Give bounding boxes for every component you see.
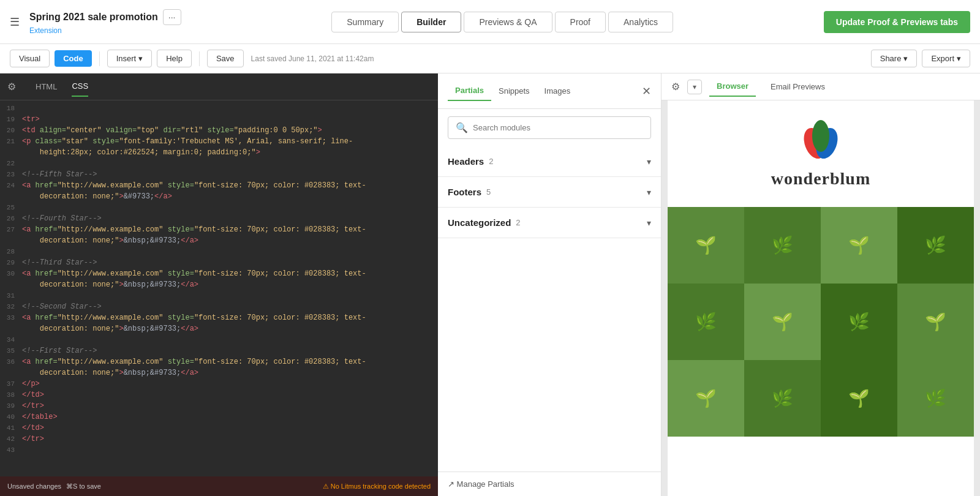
visual-button[interactable]: Visual xyxy=(10,50,50,67)
code-line: 43 xyxy=(0,445,438,456)
tab-images[interactable]: Images xyxy=(537,81,578,100)
section-footers: Footers 5 ▾ xyxy=(438,177,661,208)
partials-list: Headers 2 ▾ Footers 5 ▾ Uncategorized 2 … xyxy=(438,146,661,472)
topbar-actions: Update Proof & Previews tabs xyxy=(824,11,970,33)
partials-header: Partials Snippets Images ✕ xyxy=(438,73,661,109)
tab-css[interactable]: CSS xyxy=(72,77,88,97)
help-button[interactable]: Help xyxy=(157,50,192,67)
close-button[interactable]: ✕ xyxy=(642,85,651,98)
editor-gear-icon[interactable]: ⚙ xyxy=(7,81,16,92)
tab-summary[interactable]: Summary xyxy=(331,12,399,32)
email-preview: wonderblum 🌱 🌿 🌱 🌿 🌿 🌱 🌿 🌱 🌱 🌿 🌱 🌿 xyxy=(668,100,974,496)
code-line: 26 <!--Fourth Star--> xyxy=(0,213,438,224)
code-line: 28 xyxy=(0,246,438,257)
chevron-down-icon3: ▾ xyxy=(957,54,961,63)
chevron-down-icon2: ▾ xyxy=(903,54,908,63)
preview-dropdown[interactable]: ▾ xyxy=(687,80,702,94)
tracking-warning: ⚠ No Litmus tracking code detected xyxy=(323,483,431,490)
chevron-down-icon-footers: ▾ xyxy=(647,187,651,197)
wonderblum-logo-icon xyxy=(796,119,845,162)
share-button[interactable]: Share ▾ xyxy=(871,50,918,67)
save-time: Last saved June 11, 2021 at 11:42am xyxy=(251,54,374,63)
code-line: 39 </tr> xyxy=(0,400,438,411)
plant-cell: 🌱 xyxy=(744,284,821,360)
section-uncategorized-toggle[interactable]: Uncategorized 2 ▾ xyxy=(438,208,661,238)
search-wrap: 🔍 xyxy=(448,116,651,139)
plant-cell: 🌿 xyxy=(744,207,821,284)
search-area: 🔍 xyxy=(438,109,661,146)
tab-snippets[interactable]: Snippets xyxy=(491,81,537,100)
export-label: Export xyxy=(931,54,954,63)
tab-builder[interactable]: Builder xyxy=(401,12,461,32)
editor-tabs: ⚙ HTML CSS xyxy=(0,73,438,100)
code-line: 42 </tr> xyxy=(0,434,438,445)
code-line: 34 xyxy=(0,334,438,345)
plant-cell: 🌱 xyxy=(668,360,744,437)
insert-label: Insert xyxy=(116,54,137,63)
insert-button[interactable]: Insert ▾ xyxy=(107,50,153,67)
export-button[interactable]: Export ▾ xyxy=(922,50,970,67)
editor-statusbar: Unsaved changes ⌘S to save ⚠ No Litmus t… xyxy=(0,476,438,496)
code-line: 32 <!--Second Star--> xyxy=(0,301,438,312)
section-count-headers: 2 xyxy=(489,157,493,166)
tab-proof[interactable]: Proof xyxy=(555,12,606,32)
share-label: Share xyxy=(880,54,902,63)
divider2 xyxy=(199,51,200,66)
tab-browser[interactable]: Browser xyxy=(709,77,756,97)
project-title: Spring 2021 sale promotion ··· xyxy=(29,9,181,25)
main-area: ⚙ HTML CSS 18 19 <tr> 20 <td align="cent… xyxy=(0,73,980,496)
manage-partials-label: ↗ Manage Partials xyxy=(448,479,514,489)
section-title-uncategorized: Uncategorized xyxy=(448,217,511,228)
more-options-button[interactable]: ··· xyxy=(163,9,181,25)
project-info: Spring 2021 sale promotion ··· Extension xyxy=(29,9,181,35)
code-content[interactable]: 18 19 <tr> 20 <td align="center" valign=… xyxy=(0,100,438,476)
tab-analytics[interactable]: Analytics xyxy=(608,12,673,32)
chevron-down-icon-uncategorized: ▾ xyxy=(647,218,651,228)
menu-icon[interactable]: ☰ xyxy=(10,15,20,29)
chevron-down-icon: ▾ xyxy=(138,54,143,63)
code-line: height:28px; color:#262524; margin:0; pa… xyxy=(0,147,438,158)
code-line: 23 <!--Fifth Star--> xyxy=(0,169,438,180)
code-line: 22 xyxy=(0,158,438,169)
plant-cell: 🌱 xyxy=(668,207,744,284)
tab-html[interactable]: HTML xyxy=(36,77,57,96)
code-button[interactable]: Code xyxy=(55,50,92,67)
preview-gear-icon[interactable]: ⚙ xyxy=(671,81,680,92)
update-button[interactable]: Update Proof & Previews tabs xyxy=(824,11,970,33)
code-line: 40 </table> xyxy=(0,411,438,423)
manage-partials[interactable]: ↗ Manage Partials xyxy=(438,472,661,496)
preview-dropdown-label: ▾ xyxy=(693,83,696,91)
section-count-uncategorized: 2 xyxy=(516,218,520,227)
section-headers-toggle[interactable]: Headers 2 ▾ xyxy=(438,146,661,176)
plant-cell: 🌿 xyxy=(897,207,974,284)
logo-text: wonderblum xyxy=(680,169,962,189)
plant-cell: 🌿 xyxy=(744,360,821,437)
plant-image-area: 🌱 🌿 🌱 🌿 🌿 🌱 🌿 🌱 🌱 🌿 🌱 🌿 xyxy=(668,207,974,437)
section-footers-toggle[interactable]: Footers 5 ▾ xyxy=(438,177,661,207)
code-line: 24 <a href="http://www.example.com" styl… xyxy=(0,180,438,191)
toolbar: Visual Code Insert ▾ Help Save Last save… xyxy=(0,44,980,73)
unsaved-status: Unsaved changes xyxy=(7,483,61,490)
toolbar-left: Visual Code Insert ▾ Help Save Last save… xyxy=(10,50,374,67)
project-subtitle[interactable]: Extension xyxy=(29,26,181,35)
section-count-footers: 5 xyxy=(486,187,491,197)
tab-previews-qa[interactable]: Previews & QA xyxy=(464,12,552,32)
code-line: 18 xyxy=(0,103,438,114)
code-line: 20 <td align="center" valign="top" dir="… xyxy=(0,125,438,136)
search-icon: 🔍 xyxy=(456,122,468,133)
code-line: 27 <a href="http://www.example.com" styl… xyxy=(0,224,438,235)
code-line: 37 </p> xyxy=(0,378,438,389)
plant-cell: 🌿 xyxy=(668,284,744,360)
tab-partials[interactable]: Partials xyxy=(448,81,491,101)
code-line: 21 <p class="star" style="font-family:'T… xyxy=(0,136,438,147)
tab-email-previews[interactable]: Email Previews xyxy=(763,77,832,96)
toolbar-right: Share ▾ Export ▾ xyxy=(871,50,970,67)
search-input[interactable] xyxy=(473,123,643,132)
chevron-down-icon-headers: ▾ xyxy=(647,157,651,167)
code-line: 35 <!--First Star--> xyxy=(0,345,438,356)
code-line: 29 <!--Third Star--> xyxy=(0,257,438,268)
save-button[interactable]: Save xyxy=(207,50,244,67)
code-line: decoration: none;">&nbsp;&#9733;</a> xyxy=(0,235,438,246)
code-line: decoration: none;">&nbsp;&#9733;</a> xyxy=(0,367,438,378)
code-line: decoration: none;">&nbsp;&#9733;</a> xyxy=(0,323,438,334)
